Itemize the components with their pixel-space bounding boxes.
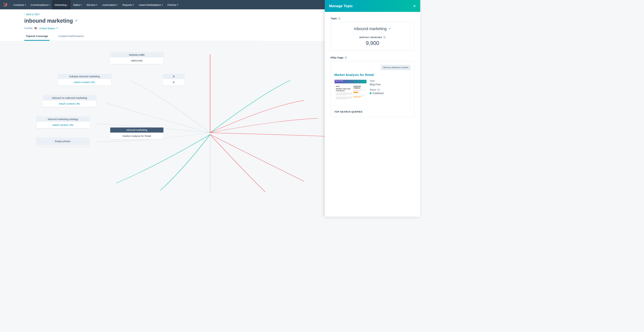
nav-item-conversations[interactable]: Conversations▾ — [28, 0, 52, 9]
remove-attached-button[interactable]: Remove Attached Content — [381, 65, 411, 70]
subtopic-node[interactable]: Website traffic INBOUND — [110, 52, 163, 64]
chevron-down-icon: ▾ — [162, 4, 163, 6]
node-label: Empty phrase — [36, 138, 89, 145]
nav-item-label: Sales — [73, 3, 80, 6]
nav-item-marketing[interactable]: Marketing▾ — [52, 0, 71, 9]
pillar-section-label: Pillar Page — [331, 56, 344, 59]
type-value: Blog Post — [370, 83, 411, 86]
attach-url-link[interactable]: Attach content URL — [36, 122, 90, 128]
us-flag-icon — [34, 27, 37, 29]
chevron-down-icon: ▾ — [49, 4, 49, 6]
chevron-down-icon: ▾ — [25, 4, 26, 6]
page-title: inbound marketing — [24, 18, 73, 24]
chevron-down-icon: ▾ — [96, 4, 97, 6]
tab-topical-coverage[interactable]: Topical Coverage — [24, 34, 49, 41]
top-search-queries-label: TOP SEARCH QUERIES — [334, 111, 411, 113]
preview-text: MARKET ANALYSIS FOR RETAIL — [336, 88, 352, 92]
nav-item-automation[interactable]: Automation▾ — [100, 0, 120, 9]
nav-item-sales[interactable]: Sales▾ — [71, 0, 84, 9]
close-icon: × — [413, 3, 416, 9]
chevron-down-icon: ▾ — [116, 4, 117, 6]
chevron-down-icon: ▼ — [56, 27, 58, 29]
country-select[interactable]: United States ▼ — [39, 27, 58, 30]
info-icon[interactable]: i — [383, 36, 385, 39]
chevron-down-icon: ▾ — [133, 4, 134, 6]
nav-item-label: Automation — [102, 3, 116, 6]
node-body: INBOUND — [110, 57, 163, 64]
nav-item-reports[interactable]: Reports▾ — [120, 0, 136, 9]
center-topic-node[interactable]: inbound marketing Market Analysis for Re… — [110, 128, 163, 139]
subtopic-node[interactable]: B B — [163, 74, 185, 86]
nav-item-service[interactable]: Service▾ — [84, 0, 100, 9]
node-label: B — [163, 74, 185, 79]
svg-point-1 — [4, 3, 4, 4]
country-label: Country — [24, 27, 33, 30]
preview-text: SOMETHING POWERFUL — [353, 86, 365, 89]
info-icon[interactable]: i — [338, 17, 341, 20]
nav-item-label: Conversations — [31, 3, 48, 6]
monthly-searches-label: MONTHLY SEARCHES — [360, 36, 382, 38]
close-button[interactable]: × — [413, 4, 416, 8]
page-preview-thumbnail[interactable]: BLOG MARKET ANALYSIS FOR RETAIL — [334, 79, 367, 107]
nav-item-asset-marketplace[interactable]: Asset Marketplace▾ — [136, 0, 165, 9]
attach-url-link[interactable]: Attach content URL — [43, 100, 96, 107]
pencil-icon — [388, 27, 391, 30]
nav-item-contacts[interactable]: Contacts▾ — [11, 0, 28, 9]
node-label: Website traffic — [110, 52, 163, 57]
status-indicator-icon — [370, 92, 372, 94]
node-label: hubspot inbound marketing — [58, 74, 111, 79]
node-body: Market Analysis for Retail — [110, 133, 163, 139]
status-value: Published — [372, 92, 384, 95]
svg-line-4 — [4, 4, 6, 5]
edit-topic-button[interactable] — [388, 27, 391, 31]
node-label: inbound marketing strategy — [36, 116, 90, 122]
subtopic-node[interactable]: Empty phrase — [36, 138, 89, 146]
node-body: B — [163, 79, 185, 85]
pencil-icon — [75, 19, 78, 22]
nav-item-label: Partner — [167, 3, 176, 6]
nav-item-label: Contacts — [13, 3, 24, 6]
nav-item-label: Marketing — [55, 3, 66, 6]
chevron-down-icon: ▾ — [67, 4, 68, 6]
nav-item-partner[interactable]: Partner▾ — [165, 0, 180, 9]
panel-title: Manage Topic — [329, 4, 353, 8]
tabs: Topical CoverageContent Performance — [24, 34, 258, 41]
node-label: inbound vs outbound marketing — [43, 95, 96, 100]
tab-content-performance[interactable]: Content Performance — [57, 34, 85, 41]
back-link-label: Back to SEO — [26, 13, 40, 16]
back-link[interactable]: ‹ Back to SEO — [24, 13, 39, 16]
subtopic-node[interactable]: hubspot inbound marketing Attach content… — [58, 74, 111, 86]
hubspot-logo-icon[interactable] — [3, 2, 8, 7]
status-label: Status — [370, 88, 376, 91]
nav-item-label: Reports — [123, 3, 132, 6]
topic-section-label: Topic — [331, 17, 337, 20]
chevron-down-icon: ▾ — [177, 4, 178, 6]
info-icon[interactable]: i — [377, 89, 380, 91]
nav-item-label: Asset Marketplace — [139, 3, 161, 6]
svg-line-6 — [5, 6, 6, 6]
type-label: Type — [370, 79, 411, 82]
pillar-page-link[interactable]: Market Analysis for Retail — [334, 73, 411, 77]
subtopic-node[interactable]: inbound vs outbound marketing Attach con… — [43, 95, 96, 107]
monthly-searches-value: 9,900 — [335, 40, 410, 46]
country-value: United States — [39, 27, 55, 30]
manage-topic-panel: Manage Topic × Topic i inbound marketing… — [325, 0, 420, 217]
chevron-left-icon: ‹ — [24, 13, 25, 16]
attach-url-link[interactable]: Attach content URL — [58, 79, 111, 85]
edit-title-button[interactable] — [75, 19, 78, 23]
subtopic-node[interactable]: inbound marketing strategy Attach conten… — [36, 116, 90, 128]
topic-name: inbound marketing — [354, 26, 387, 31]
svg-point-2 — [4, 6, 5, 6]
preview-text: BLOG — [336, 86, 352, 87]
info-icon[interactable]: i — [345, 56, 347, 59]
node-label: inbound marketing — [110, 128, 163, 133]
topic-card: inbound marketing MONTHLY SEARCHES i 9,9… — [331, 22, 414, 51]
nav-item-label: Service — [87, 3, 96, 6]
pillar-card: Remove Attached Content Market Analysis … — [331, 61, 414, 117]
chevron-down-icon: ▾ — [81, 4, 81, 6]
